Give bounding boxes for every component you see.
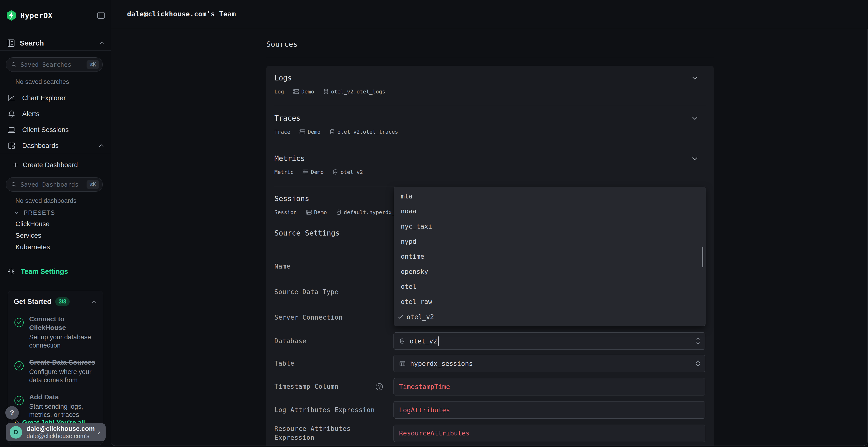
no-saved-dashboards-text: No saved dashboards xyxy=(16,197,76,204)
create-dashboard-button[interactable]: Create Dashboard xyxy=(0,158,111,172)
presets-toggle[interactable]: PRESETS xyxy=(14,208,55,217)
source-type: Trace xyxy=(274,129,290,135)
plus-icon xyxy=(12,162,19,168)
sidebar-item-chart-explorer[interactable]: Chart Explorer xyxy=(0,90,111,106)
preset-item-clickhouse[interactable]: ClickHouse xyxy=(0,218,111,230)
timestamp-column-input[interactable]: TimestampTime xyxy=(394,378,705,396)
source-table: otel_v2.otel_logs xyxy=(331,89,385,95)
get-started-item-desc: Set up your database connection xyxy=(29,333,97,349)
presets-label: PRESETS xyxy=(24,209,55,216)
database-icon xyxy=(332,169,339,175)
log-attributes-input[interactable]: LogAttributes xyxy=(394,401,705,419)
chevron-down-icon[interactable] xyxy=(691,155,699,162)
app-title: HyperDX xyxy=(20,11,53,20)
select-chevrons-icon[interactable] xyxy=(695,359,701,368)
log-attributes-label: Log Attributes Expression xyxy=(274,398,394,422)
create-dashboard-label: Create Dashboard xyxy=(23,161,78,169)
help-label: ? xyxy=(10,409,14,417)
get-started-item[interactable]: Add Data Start sending logs, metrics, or… xyxy=(14,393,97,419)
preset-item-kubernetes[interactable]: Kubernetes xyxy=(0,241,111,253)
dropdown-option-otel[interactable]: otel xyxy=(394,279,705,294)
resource-attributes-input[interactable]: ResourceAttributes xyxy=(394,424,705,442)
dropdown-option-otel_v2-selected[interactable]: otel_v2 xyxy=(394,309,705,324)
get-started-item[interactable]: Connect to ClickHouse Set up your databa… xyxy=(14,315,97,349)
check-circle-icon xyxy=(14,317,24,349)
logo-row: HyperDX xyxy=(6,9,105,22)
source-data-type-label: Source Data Type xyxy=(274,279,394,305)
search-icon xyxy=(11,61,17,68)
get-started-item-desc: Configure where your data comes from xyxy=(29,368,97,384)
source-type: Log xyxy=(274,89,284,95)
nav-label: Client Sessions xyxy=(22,126,69,134)
shortcut-badge: ⌘K xyxy=(87,60,99,69)
sidebar-collapse-icon[interactable] xyxy=(97,11,105,19)
user-menu[interactable]: D dale@clickhouse.com dale@clickhouse.co… xyxy=(6,423,105,441)
sidebar-item-client-sessions[interactable]: Client Sessions xyxy=(0,122,111,138)
get-started-item-desc: Start sending logs, metrics, or traces xyxy=(29,403,97,419)
database-icon xyxy=(329,128,335,135)
saved-searches-box[interactable]: ⌘K xyxy=(6,57,103,72)
chevron-up-icon[interactable] xyxy=(91,299,97,305)
database-select[interactable]: otel_v2 xyxy=(394,332,705,350)
gear-icon xyxy=(7,267,16,276)
help-circle-icon[interactable] xyxy=(375,382,384,391)
sidebar-nav: Chart Explorer Alerts Client Sessions Da… xyxy=(0,90,111,153)
saved-searches-input[interactable] xyxy=(21,61,87,68)
sidebar-item-alerts[interactable]: Alerts xyxy=(0,106,111,122)
dropdown-option-noaa[interactable]: noaa xyxy=(394,204,705,219)
get-started-title: Get Started xyxy=(14,298,51,306)
dropdown-option-nyc_taxi[interactable]: nyc_taxi xyxy=(394,219,705,234)
dropdown-option-otel_raw[interactable]: otel_raw xyxy=(394,294,705,309)
nav-label: Chart Explorer xyxy=(22,94,66,102)
user-name: dale@clickhouse.com xyxy=(27,425,95,433)
dropdown-option-ontime[interactable]: ontime xyxy=(394,249,705,264)
saved-dashboards-input[interactable] xyxy=(21,181,87,188)
laptop-icon xyxy=(7,126,16,134)
get-started-item[interactable]: Create Data Sources Configure where your… xyxy=(14,358,97,384)
sidebar-section-search[interactable]: Search xyxy=(7,36,105,50)
team-settings-link[interactable]: Team Settings xyxy=(0,265,111,278)
check-icon xyxy=(397,314,404,320)
database-label: Database xyxy=(274,330,394,352)
dropdown-option-nypd[interactable]: nypd xyxy=(394,234,705,249)
database-icon xyxy=(399,338,405,344)
source-name: Traces xyxy=(274,114,706,123)
source-name: Metrics xyxy=(274,154,706,163)
source-section-traces: Traces Trace Demo otel_v2.otel_traces xyxy=(274,106,706,146)
chevron-down-icon xyxy=(14,210,19,215)
resource-attributes-label: Resource Attributes Expression xyxy=(274,422,394,445)
partial-next-input[interactable] xyxy=(394,446,705,446)
search-section-label: Search xyxy=(20,39,44,47)
get-started-item-title: Add Data xyxy=(29,393,97,402)
dropdown-option-mta[interactable]: mta xyxy=(394,188,705,204)
source-type: Metric xyxy=(274,169,293,175)
help-button[interactable]: ? xyxy=(5,406,19,419)
check-circle-icon xyxy=(14,360,24,384)
source-connection: Demo xyxy=(311,169,323,175)
database-icon xyxy=(323,88,329,95)
avatar: D xyxy=(10,426,22,439)
chevron-down-icon[interactable] xyxy=(691,74,699,82)
saved-dashboards-box[interactable]: ⌘K xyxy=(6,177,103,192)
team-settings-label: Team Settings xyxy=(21,268,68,276)
dropdown-scrollbar-thumb[interactable] xyxy=(702,247,703,267)
dropdown-option-opensky[interactable]: opensky xyxy=(394,264,705,279)
chevron-up-icon[interactable] xyxy=(99,40,105,46)
get-started-item-title: Create Data Sources xyxy=(29,358,97,367)
table-select[interactable]: hyperdx_sessions xyxy=(394,355,705,372)
get-started-progress-badge: 3/3 xyxy=(55,297,70,306)
table-value: hyperdx_sessions xyxy=(410,360,473,367)
chevron-down-icon[interactable] xyxy=(691,115,699,122)
source-connection: Demo xyxy=(308,129,320,135)
preset-item-services[interactable]: Services xyxy=(0,230,111,241)
team-title: dale@clickhouse.com's Team xyxy=(127,10,236,18)
server-icon xyxy=(302,169,309,175)
select-chevrons-icon[interactable] xyxy=(695,337,701,345)
sidebar-item-dashboards[interactable]: Dashboards xyxy=(0,138,111,153)
topbar: dale@clickhouse.com's Team xyxy=(111,0,868,28)
server-icon xyxy=(299,128,306,135)
timestamp-column-label: Timestamp Column xyxy=(274,375,394,399)
chevron-up-icon[interactable] xyxy=(98,143,104,149)
hyperdx-logo-icon xyxy=(6,10,17,21)
source-table: otel_v2.otel_traces xyxy=(337,129,398,135)
